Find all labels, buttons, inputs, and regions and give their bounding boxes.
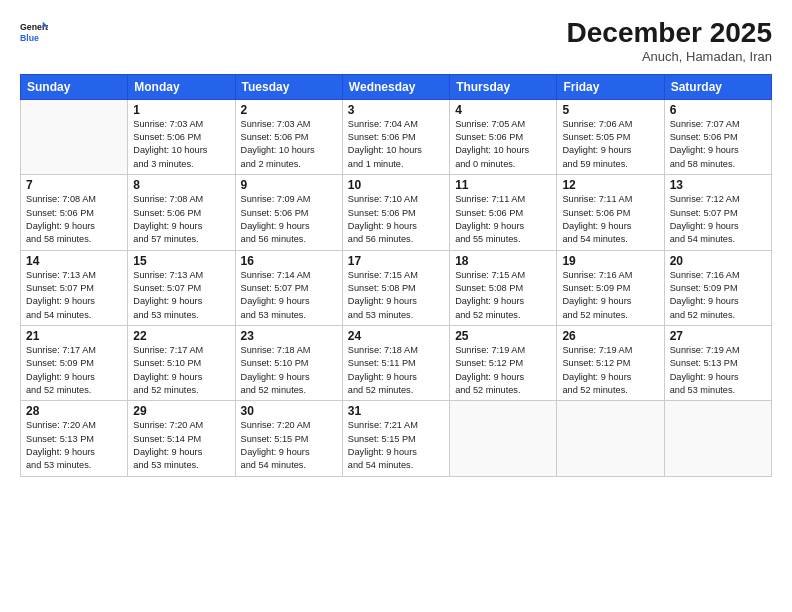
day-info: Sunrise: 7:19 AMSunset: 5:13 PMDaylight:… [670, 344, 766, 397]
day-info: Sunrise: 7:14 AMSunset: 5:07 PMDaylight:… [241, 269, 337, 322]
day-number: 26 [562, 329, 658, 343]
day-cell: 8Sunrise: 7:08 AMSunset: 5:06 PMDaylight… [128, 175, 235, 250]
col-header-saturday: Saturday [664, 74, 771, 99]
day-cell: 2Sunrise: 7:03 AMSunset: 5:06 PMDaylight… [235, 99, 342, 174]
day-cell: 20Sunrise: 7:16 AMSunset: 5:09 PMDayligh… [664, 250, 771, 325]
col-header-thursday: Thursday [450, 74, 557, 99]
day-number: 20 [670, 254, 766, 268]
month-title: December 2025 [567, 18, 772, 49]
day-cell: 14Sunrise: 7:13 AMSunset: 5:07 PMDayligh… [21, 250, 128, 325]
page: General Blue December 2025 Anuch, Hamada… [0, 0, 792, 612]
day-number: 29 [133, 404, 229, 418]
day-cell [664, 401, 771, 476]
day-number: 8 [133, 178, 229, 192]
day-number: 3 [348, 103, 444, 117]
day-number: 2 [241, 103, 337, 117]
day-cell: 26Sunrise: 7:19 AMSunset: 5:12 PMDayligh… [557, 325, 664, 400]
day-number: 21 [26, 329, 122, 343]
day-info: Sunrise: 7:09 AMSunset: 5:06 PMDaylight:… [241, 193, 337, 246]
day-cell: 23Sunrise: 7:18 AMSunset: 5:10 PMDayligh… [235, 325, 342, 400]
day-info: Sunrise: 7:08 AMSunset: 5:06 PMDaylight:… [133, 193, 229, 246]
col-header-sunday: Sunday [21, 74, 128, 99]
day-cell: 16Sunrise: 7:14 AMSunset: 5:07 PMDayligh… [235, 250, 342, 325]
day-number: 5 [562, 103, 658, 117]
day-cell: 13Sunrise: 7:12 AMSunset: 5:07 PMDayligh… [664, 175, 771, 250]
day-cell: 29Sunrise: 7:20 AMSunset: 5:14 PMDayligh… [128, 401, 235, 476]
day-cell: 15Sunrise: 7:13 AMSunset: 5:07 PMDayligh… [128, 250, 235, 325]
day-cell [557, 401, 664, 476]
day-number: 1 [133, 103, 229, 117]
day-info: Sunrise: 7:15 AMSunset: 5:08 PMDaylight:… [455, 269, 551, 322]
day-info: Sunrise: 7:03 AMSunset: 5:06 PMDaylight:… [241, 118, 337, 171]
day-cell [21, 99, 128, 174]
day-info: Sunrise: 7:06 AMSunset: 5:05 PMDaylight:… [562, 118, 658, 171]
day-cell: 22Sunrise: 7:17 AMSunset: 5:10 PMDayligh… [128, 325, 235, 400]
day-info: Sunrise: 7:13 AMSunset: 5:07 PMDaylight:… [133, 269, 229, 322]
day-number: 27 [670, 329, 766, 343]
header: General Blue December 2025 Anuch, Hamada… [20, 18, 772, 64]
day-cell: 28Sunrise: 7:20 AMSunset: 5:13 PMDayligh… [21, 401, 128, 476]
day-cell: 25Sunrise: 7:19 AMSunset: 5:12 PMDayligh… [450, 325, 557, 400]
col-header-monday: Monday [128, 74, 235, 99]
week-row-4: 21Sunrise: 7:17 AMSunset: 5:09 PMDayligh… [21, 325, 772, 400]
day-cell: 30Sunrise: 7:20 AMSunset: 5:15 PMDayligh… [235, 401, 342, 476]
subtitle: Anuch, Hamadan, Iran [567, 49, 772, 64]
day-info: Sunrise: 7:04 AMSunset: 5:06 PMDaylight:… [348, 118, 444, 171]
week-row-2: 7Sunrise: 7:08 AMSunset: 5:06 PMDaylight… [21, 175, 772, 250]
day-info: Sunrise: 7:03 AMSunset: 5:06 PMDaylight:… [133, 118, 229, 171]
week-row-3: 14Sunrise: 7:13 AMSunset: 5:07 PMDayligh… [21, 250, 772, 325]
day-info: Sunrise: 7:11 AMSunset: 5:06 PMDaylight:… [455, 193, 551, 246]
day-cell: 11Sunrise: 7:11 AMSunset: 5:06 PMDayligh… [450, 175, 557, 250]
calendar-table: SundayMondayTuesdayWednesdayThursdayFrid… [20, 74, 772, 477]
day-number: 30 [241, 404, 337, 418]
day-info: Sunrise: 7:17 AMSunset: 5:09 PMDaylight:… [26, 344, 122, 397]
day-info: Sunrise: 7:17 AMSunset: 5:10 PMDaylight:… [133, 344, 229, 397]
week-row-5: 28Sunrise: 7:20 AMSunset: 5:13 PMDayligh… [21, 401, 772, 476]
day-number: 11 [455, 178, 551, 192]
day-number: 23 [241, 329, 337, 343]
day-cell [450, 401, 557, 476]
day-info: Sunrise: 7:08 AMSunset: 5:06 PMDaylight:… [26, 193, 122, 246]
day-cell: 3Sunrise: 7:04 AMSunset: 5:06 PMDaylight… [342, 99, 449, 174]
day-cell: 27Sunrise: 7:19 AMSunset: 5:13 PMDayligh… [664, 325, 771, 400]
day-cell: 19Sunrise: 7:16 AMSunset: 5:09 PMDayligh… [557, 250, 664, 325]
day-number: 19 [562, 254, 658, 268]
week-row-1: 1Sunrise: 7:03 AMSunset: 5:06 PMDaylight… [21, 99, 772, 174]
day-cell: 6Sunrise: 7:07 AMSunset: 5:06 PMDaylight… [664, 99, 771, 174]
day-info: Sunrise: 7:16 AMSunset: 5:09 PMDaylight:… [670, 269, 766, 322]
day-info: Sunrise: 7:15 AMSunset: 5:08 PMDaylight:… [348, 269, 444, 322]
day-number: 6 [670, 103, 766, 117]
day-number: 15 [133, 254, 229, 268]
day-cell: 10Sunrise: 7:10 AMSunset: 5:06 PMDayligh… [342, 175, 449, 250]
day-number: 13 [670, 178, 766, 192]
day-number: 18 [455, 254, 551, 268]
title-block: December 2025 Anuch, Hamadan, Iran [567, 18, 772, 64]
day-cell: 17Sunrise: 7:15 AMSunset: 5:08 PMDayligh… [342, 250, 449, 325]
header-row: SundayMondayTuesdayWednesdayThursdayFrid… [21, 74, 772, 99]
col-header-tuesday: Tuesday [235, 74, 342, 99]
day-info: Sunrise: 7:13 AMSunset: 5:07 PMDaylight:… [26, 269, 122, 322]
day-number: 12 [562, 178, 658, 192]
logo: General Blue [20, 18, 48, 46]
day-number: 31 [348, 404, 444, 418]
day-number: 22 [133, 329, 229, 343]
day-cell: 9Sunrise: 7:09 AMSunset: 5:06 PMDaylight… [235, 175, 342, 250]
day-number: 9 [241, 178, 337, 192]
day-info: Sunrise: 7:19 AMSunset: 5:12 PMDaylight:… [455, 344, 551, 397]
day-number: 10 [348, 178, 444, 192]
day-number: 4 [455, 103, 551, 117]
day-cell: 4Sunrise: 7:05 AMSunset: 5:06 PMDaylight… [450, 99, 557, 174]
day-info: Sunrise: 7:18 AMSunset: 5:11 PMDaylight:… [348, 344, 444, 397]
day-cell: 24Sunrise: 7:18 AMSunset: 5:11 PMDayligh… [342, 325, 449, 400]
day-info: Sunrise: 7:21 AMSunset: 5:15 PMDaylight:… [348, 419, 444, 472]
day-cell: 31Sunrise: 7:21 AMSunset: 5:15 PMDayligh… [342, 401, 449, 476]
col-header-friday: Friday [557, 74, 664, 99]
svg-text:Blue: Blue [20, 33, 39, 43]
col-header-wednesday: Wednesday [342, 74, 449, 99]
day-info: Sunrise: 7:16 AMSunset: 5:09 PMDaylight:… [562, 269, 658, 322]
day-cell: 5Sunrise: 7:06 AMSunset: 5:05 PMDaylight… [557, 99, 664, 174]
day-info: Sunrise: 7:20 AMSunset: 5:13 PMDaylight:… [26, 419, 122, 472]
day-number: 24 [348, 329, 444, 343]
day-info: Sunrise: 7:05 AMSunset: 5:06 PMDaylight:… [455, 118, 551, 171]
day-info: Sunrise: 7:19 AMSunset: 5:12 PMDaylight:… [562, 344, 658, 397]
